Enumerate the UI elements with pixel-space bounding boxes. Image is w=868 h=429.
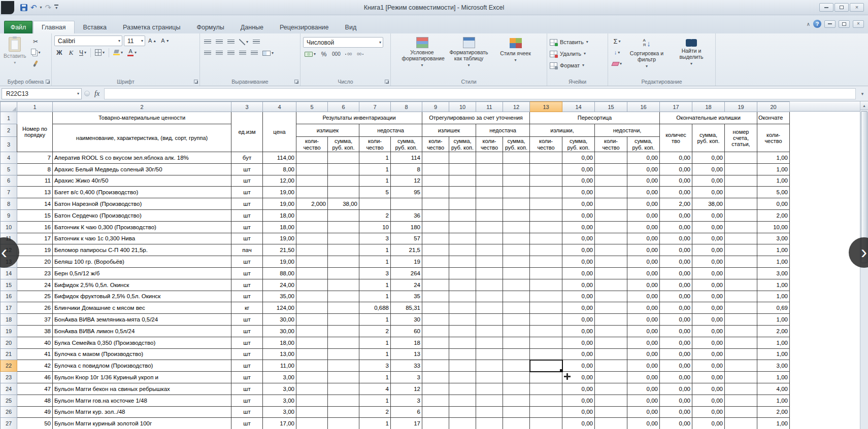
- cell[interactable]: [422, 406, 449, 418]
- cell[interactable]: Багет в/с 0,400 (Производство): [53, 187, 231, 198]
- cell[interactable]: [725, 406, 757, 418]
- cell[interactable]: 0,00: [757, 198, 790, 210]
- cell[interactable]: [476, 209, 503, 221]
- cell[interactable]: 46: [17, 372, 53, 383]
- cell[interactable]: [449, 383, 476, 395]
- cell[interactable]: [725, 360, 757, 372]
- workbook-minimize-button[interactable]: [824, 20, 836, 28]
- cell[interactable]: 1: [359, 348, 391, 360]
- cell[interactable]: [476, 256, 503, 268]
- cell[interactable]: 0,00: [627, 291, 660, 302]
- undo-icon[interactable]: ↶: [30, 4, 37, 11]
- cell[interactable]: 0,00: [660, 372, 692, 383]
- cell[interactable]: [328, 152, 359, 164]
- cell[interactable]: 0,00: [692, 279, 725, 291]
- cell[interactable]: 0,00: [562, 325, 595, 337]
- column-header[interactable]: 11: [476, 102, 503, 112]
- cell[interactable]: [422, 418, 449, 429]
- cell[interactable]: 0,00: [627, 325, 660, 337]
- cell[interactable]: [328, 267, 359, 279]
- cell[interactable]: 11,00: [263, 360, 296, 372]
- cell[interactable]: [449, 302, 476, 314]
- cell[interactable]: [328, 209, 359, 221]
- cell[interactable]: Блинчики Домашние с мясом вес: [53, 302, 231, 314]
- cell[interactable]: [449, 418, 476, 429]
- cell[interactable]: [422, 209, 449, 221]
- cell[interactable]: 0,00: [562, 279, 595, 291]
- cell[interactable]: [530, 152, 562, 164]
- cell[interactable]: 0,00: [627, 314, 660, 326]
- cell[interactable]: 0,00: [660, 221, 692, 233]
- minimize-button[interactable]: [819, 3, 833, 12]
- scroll-up-button[interactable]: ▴: [860, 101, 868, 110]
- dialog-launcher-icon[interactable]: [46, 80, 50, 84]
- cell[interactable]: [422, 221, 449, 233]
- cell[interactable]: [530, 187, 562, 198]
- cell[interactable]: [422, 314, 449, 326]
- format-painter-button[interactable]: [29, 59, 42, 68]
- tab-view[interactable]: Вид: [337, 21, 365, 33]
- cell[interactable]: 4,00: [757, 383, 790, 395]
- borders-button[interactable]: ▾: [93, 48, 106, 57]
- expand-formula-bar-button[interactable]: ▾: [858, 91, 866, 96]
- header-cell[interactable]: сумма, руб. коп.: [391, 137, 422, 152]
- cell[interactable]: [595, 360, 627, 372]
- header-cell[interactable]: коли-чество: [476, 137, 503, 152]
- cell[interactable]: [328, 314, 359, 326]
- cell[interactable]: 0,00: [692, 209, 725, 221]
- select-all-button[interactable]: [1, 102, 17, 112]
- cell[interactable]: 1,00: [757, 348, 790, 360]
- tab-formulas[interactable]: Формулы: [188, 21, 232, 33]
- cell[interactable]: 0,00: [660, 325, 692, 337]
- cell[interactable]: Булочка с маком (Производство): [53, 348, 231, 360]
- header-cell[interactable]: Окончате: [757, 112, 790, 124]
- cell[interactable]: 0,00: [627, 279, 660, 291]
- row-header[interactable]: 18: [1, 314, 17, 326]
- cell[interactable]: [530, 348, 562, 360]
- cell[interactable]: 5: [359, 187, 391, 198]
- cell[interactable]: [296, 395, 328, 406]
- cell[interactable]: [449, 244, 476, 256]
- column-header[interactable]: 10: [449, 102, 476, 112]
- cell[interactable]: [422, 244, 449, 256]
- row-header[interactable]: 27: [1, 418, 17, 429]
- cell[interactable]: 1,00: [757, 395, 790, 406]
- cell[interactable]: 18,00: [263, 221, 296, 233]
- cell[interactable]: 1: [359, 163, 391, 175]
- cell[interactable]: 0,69: [757, 302, 790, 314]
- cell[interactable]: 0,00: [692, 302, 725, 314]
- cell[interactable]: [328, 395, 359, 406]
- column-header[interactable]: 6: [328, 102, 359, 112]
- cell[interactable]: 35,00: [263, 291, 296, 302]
- cell[interactable]: 12: [391, 175, 422, 187]
- cell[interactable]: шт: [231, 221, 263, 233]
- dialog-launcher-icon[interactable]: [385, 80, 389, 84]
- cell[interactable]: 0,00: [692, 152, 725, 164]
- column-header[interactable]: 14: [562, 102, 595, 112]
- cell[interactable]: 0,00: [562, 383, 595, 395]
- cell[interactable]: [595, 337, 627, 348]
- cell[interactable]: [476, 372, 503, 383]
- paste-button[interactable]: Вставить ▾: [3, 35, 27, 66]
- cell[interactable]: 3,00: [263, 406, 296, 418]
- cell[interactable]: 19,00: [263, 187, 296, 198]
- cell[interactable]: [422, 302, 449, 314]
- cell[interactable]: 0,00: [660, 360, 692, 372]
- cell[interactable]: [725, 233, 757, 244]
- cell[interactable]: 10: [359, 221, 391, 233]
- cell[interactable]: [422, 383, 449, 395]
- row-header[interactable]: 9: [1, 209, 17, 221]
- cell[interactable]: 0,00: [660, 337, 692, 348]
- cell[interactable]: 0,00: [562, 360, 595, 372]
- cell[interactable]: 1,00: [757, 314, 790, 326]
- header-cell[interactable]: коли-чество: [296, 137, 328, 152]
- align-middle-button[interactable]: [214, 37, 224, 47]
- namebox-splitter[interactable]: [84, 91, 90, 96]
- cell[interactable]: 0,00: [692, 348, 725, 360]
- cut-button[interactable]: ✂: [29, 37, 42, 46]
- header-cell[interactable]: ед.изм: [231, 112, 263, 152]
- cell[interactable]: [595, 314, 627, 326]
- cell[interactable]: 0,00: [562, 395, 595, 406]
- row-header[interactable]: 16: [1, 291, 17, 302]
- tab-page-layout[interactable]: Разметка страницы: [115, 21, 188, 33]
